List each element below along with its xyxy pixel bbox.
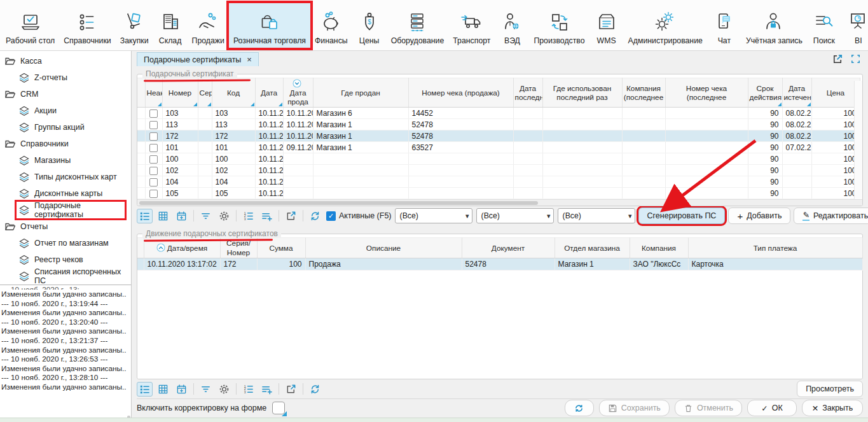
- cancel-button[interactable]: Отменить: [675, 400, 742, 416]
- settings-icon[interactable]: [216, 209, 232, 223]
- column-header-срок-действия[interactable]: Срок действия: [748, 78, 782, 108]
- tree-item-z-отчеты[interactable]: Z-отчеты: [0, 69, 131, 86]
- filter-icon[interactable]: [198, 382, 214, 397]
- column-header-номер-чека-продажа[interactable]: Номер чека (продажа): [408, 78, 513, 108]
- vertical-scrollbar[interactable]: [854, 81, 862, 199]
- nav-item-prices[interactable]: $Цены: [352, 3, 387, 48]
- horizontal-scrollbar[interactable]: [137, 199, 862, 206]
- nav-item-sales[interactable]: Продажи: [188, 3, 229, 48]
- row-checkbox[interactable]: [149, 132, 158, 141]
- numbered-list-icon[interactable]: 123: [240, 382, 256, 397]
- column-header-код[interactable]: Код: [212, 78, 255, 108]
- filter-icon[interactable]: [198, 209, 214, 223]
- tab-close-icon[interactable]: ×: [247, 55, 252, 64]
- row-checkbox[interactable]: [149, 109, 158, 118]
- nav-item-desktop[interactable]: Рабочий стол: [1, 3, 59, 48]
- nav-item-purchases[interactable]: Закупки: [116, 3, 153, 48]
- table-row[interactable]: 10410410.11.2090100: [137, 176, 860, 188]
- nav-item-equipment[interactable]: Оборудование: [387, 3, 449, 48]
- column-header-где-продан[interactable]: Где продан: [313, 78, 408, 108]
- nav-item-production[interactable]: Производство: [529, 3, 589, 48]
- filter-dropdown-1[interactable]: (Все)▾: [395, 208, 472, 223]
- table-row[interactable]: 11311310.11.2010.11.20Магазин 1524789008…: [137, 119, 860, 130]
- filter-dropdown-2[interactable]: (Все)▾: [476, 208, 554, 223]
- column-header-неак[interactable]: Неак: [145, 78, 162, 108]
- column-header-дата-истечен[interactable]: Дата истечен: [782, 78, 811, 108]
- table-row[interactable]: 10210210.11.2090100: [137, 165, 860, 176]
- table-row[interactable]: 10.11.2020 13:17:02172100Продажа52478Маг…: [137, 258, 862, 270]
- sort-up-icon[interactable]: [156, 243, 165, 252]
- numbered-list-icon[interactable]: 123: [240, 209, 256, 223]
- generate-certificate-button[interactable]: Сгенерировать ПС: [638, 207, 726, 224]
- tree-item-отчеты[interactable]: Отчеты: [0, 218, 131, 235]
- nav-item-references[interactable]: Справочники: [59, 3, 116, 48]
- nav-item-chat[interactable]: Чат: [707, 3, 741, 48]
- column-header-описание[interactable]: Описание: [305, 238, 462, 258]
- tree-item-акции[interactable]: Акции: [0, 102, 131, 119]
- column-header-компания-последнее[interactable]: Компания (последнее: [622, 78, 665, 108]
- nav-item-account[interactable]: Учётная запись: [741, 3, 807, 48]
- column-header-документ[interactable]: Документ: [462, 238, 555, 258]
- filter-dropdown-3[interactable]: (Все)▾: [558, 208, 635, 223]
- grid-view-icon[interactable]: [155, 209, 171, 223]
- open-external-icon[interactable]: [283, 382, 299, 397]
- table-row[interactable]: 10010010.11.2090100: [137, 153, 860, 165]
- sort-down-icon[interactable]: [293, 79, 301, 88]
- tree-item-касса[interactable]: Касса: [0, 53, 131, 69]
- ok-button[interactable]: ✓ ОК: [747, 400, 797, 416]
- nav-item-ved[interactable]: ВЭД: [495, 3, 529, 48]
- save-button[interactable]: Сохранить: [599, 400, 670, 416]
- log-scrollbar[interactable]: [127, 416, 130, 418]
- row-checkbox[interactable]: [149, 167, 158, 175]
- row-checkbox[interactable]: [149, 121, 158, 129]
- tab-gift-certificates[interactable]: Подарочные сертификаты ×: [137, 52, 259, 66]
- correction-checkbox[interactable]: [272, 402, 285, 414]
- close-button[interactable]: ✕ Закрыть: [802, 400, 863, 416]
- column-header-номер[interactable]: Номер: [162, 78, 198, 108]
- open-external-icon[interactable]: [283, 209, 299, 223]
- nav-item-retail[interactable]: Розничная торговля: [229, 3, 310, 48]
- table-row[interactable]: 10110110.11.2009.11.20Магазин 1635279007…: [137, 142, 860, 153]
- tree-item-crm[interactable]: CRM: [0, 86, 131, 102]
- nav-item-bi[interactable]: BI: [841, 3, 868, 48]
- column-header-номер-чека-последнее[interactable]: Номер чека (последнее: [665, 78, 748, 108]
- calendar-view-icon[interactable]: [174, 209, 189, 223]
- tree-item-магазины[interactable]: Магазины: [0, 152, 131, 169]
- column-header-сумма[interactable]: Сумма: [257, 238, 305, 258]
- column-header-компания[interactable]: Компания: [630, 238, 688, 258]
- add-to-list-icon[interactable]: [259, 382, 275, 397]
- nav-item-administration[interactable]: Администрирование: [624, 3, 707, 48]
- table-row[interactable]: 10510510.11.2090100: [137, 188, 860, 199]
- add-to-list-icon[interactable]: [259, 209, 275, 223]
- tree-item-дисконтные-карты[interactable]: Дисконтные карты: [0, 185, 131, 202]
- tree-item-отчет-по-магазинам[interactable]: Отчет по магазинам: [0, 235, 131, 251]
- list-view-icon[interactable]: [137, 382, 153, 397]
- column-header-сер[interactable]: Сер: [198, 78, 212, 108]
- column-header-отдел-магазина[interactable]: Отдел магазина: [555, 238, 630, 258]
- checkbox-checked-icon[interactable]: ✓: [326, 211, 336, 221]
- row-checkbox[interactable]: [149, 178, 158, 186]
- refresh-button[interactable]: [565, 400, 594, 416]
- nav-item-finance[interactable]: Финансы: [310, 3, 352, 48]
- edit-button[interactable]: ✎ Редактировать: [794, 207, 868, 224]
- row-checkbox[interactable]: [149, 155, 158, 164]
- column-header-дата-прода[interactable]: Дата прода: [283, 78, 313, 108]
- refresh-icon[interactable]: [307, 209, 323, 223]
- table-row[interactable]: 17217210.11.2010.11.20Магазин 1524789008…: [137, 130, 860, 142]
- active-filter-checkbox[interactable]: ✓ Активные (F5): [326, 211, 392, 221]
- tree-item-группы-акций[interactable]: Группы акций: [0, 119, 131, 136]
- column-header-дата[interactable]: Дата: [255, 78, 283, 108]
- view-button[interactable]: Просмотреть: [797, 381, 863, 397]
- column-header-цена[interactable]: Цена: [811, 78, 860, 108]
- add-button[interactable]: + Добавить: [728, 207, 790, 224]
- nav-item-transport[interactable]: Транспорт: [448, 3, 495, 48]
- column-header-дата-последн[interactable]: Дата последн: [513, 78, 542, 108]
- column-header-где-использован-последний-раз[interactable]: Где использован последний раз: [542, 78, 622, 108]
- calendar-view-icon[interactable]: [174, 382, 189, 397]
- table-row[interactable]: 10310310.11.2010.11.20Магазин 6144529008…: [137, 108, 860, 119]
- row-checkbox[interactable]: [149, 144, 158, 152]
- refresh-icon[interactable]: [307, 382, 323, 397]
- list-view-icon[interactable]: [137, 209, 153, 223]
- nav-item-wms[interactable]: WMS: [589, 3, 624, 48]
- fullscreen-icon[interactable]: [850, 53, 862, 65]
